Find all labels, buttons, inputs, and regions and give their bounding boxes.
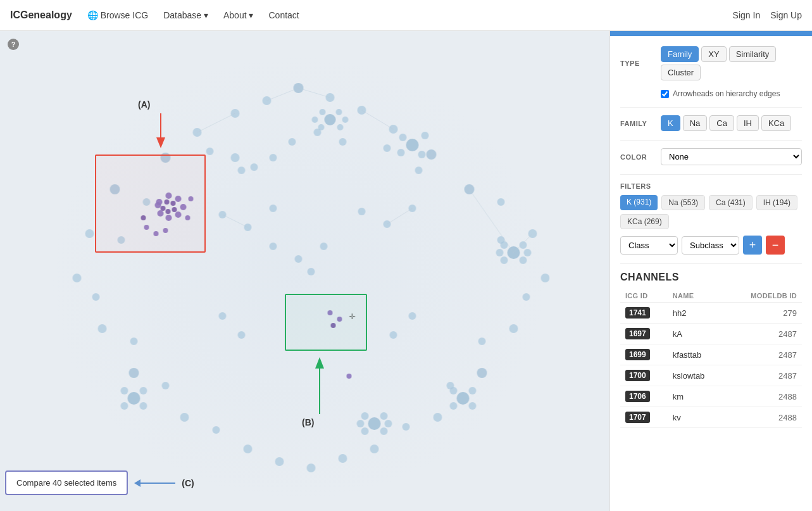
cell-icg-id: 1700	[620, 365, 668, 386]
type-btn-cluster[interactable]: Cluster	[661, 65, 701, 80]
svg-point-39	[434, 413, 442, 422]
cell-icg-id: 1706	[620, 386, 668, 407]
col-name: NAME	[668, 289, 725, 303]
arrowheads-checkbox[interactable]	[661, 90, 669, 98]
remove-filter-button[interactable]: −	[766, 236, 785, 255]
svg-point-93	[251, 163, 258, 171]
svg-point-96	[320, 243, 328, 250]
nav-about[interactable]: About ▾	[223, 10, 253, 20]
arrowheads-row: Arrowheads on hierarchy edges	[661, 89, 802, 98]
filter-tag-kca[interactable]: KCa (269)	[620, 214, 669, 229]
svg-point-65	[318, 124, 325, 130]
svg-point-95	[295, 255, 303, 263]
channels-table: ICG ID NAME MODELDB ID 1741 hh2 279 1697…	[620, 289, 802, 428]
type-row: TYPE Family XY Similarity Cluster	[620, 46, 802, 80]
svg-point-98	[308, 268, 315, 275]
cell-name: hh2	[668, 303, 725, 324]
table-row[interactable]: 1700 kslowtab 2487	[620, 365, 802, 386]
svg-point-62	[336, 109, 342, 115]
family-buttons: K Na Ca IH KCa	[661, 115, 791, 131]
svg-point-82	[380, 427, 388, 435]
svg-point-77	[469, 402, 477, 410]
svg-point-45	[307, 464, 316, 472]
svg-point-85	[385, 420, 392, 427]
filters-section: FILTERS K (931) Na (553) Ca (431) IH (19…	[620, 182, 802, 255]
right-panel: TYPE Family XY Similarity Cluster Arrowh…	[609, 31, 812, 511]
svg-point-58	[418, 151, 426, 158]
svg-point-76	[469, 387, 477, 394]
channels-title: CHANNELS	[620, 272, 802, 283]
compare-area: Compare 40 selected items (C)	[5, 470, 194, 495]
family-row: FAMILY K Na Ca IH KCa	[620, 115, 802, 131]
svg-point-73	[524, 249, 532, 256]
nav-database[interactable]: Database ▾	[163, 10, 208, 20]
filters-label: FILTERS	[620, 182, 802, 190]
svg-point-40	[403, 423, 410, 431]
filter-tag-ih[interactable]: IH (194)	[756, 195, 797, 210]
graph-area: ?	[0, 31, 609, 511]
color-select[interactable]: None Family Class Subclass	[661, 148, 802, 165]
cell-modeldb-id: 2487	[725, 365, 802, 386]
svg-point-97	[270, 243, 277, 250]
filter-tag-na[interactable]: Na (553)	[661, 195, 705, 210]
svg-point-0	[52, 56, 546, 500]
svg-point-27	[92, 293, 100, 301]
svg-point-11	[384, 144, 391, 152]
svg-point-88	[140, 387, 147, 394]
svg-point-48	[270, 205, 277, 212]
svg-point-89	[140, 402, 147, 410]
family-btn-ih[interactable]: IH	[737, 115, 759, 131]
family-label: FAMILY	[620, 120, 661, 127]
type-label: TYPE	[620, 60, 661, 67]
svg-point-18	[497, 198, 505, 206]
svg-point-33	[129, 368, 139, 378]
family-btn-na[interactable]: Na	[683, 115, 708, 131]
cell-modeldb-id: 279	[725, 303, 802, 324]
type-btn-family[interactable]: Family	[661, 46, 699, 62]
svg-point-25	[73, 274, 82, 282]
annotation-c-label: (C)	[182, 478, 194, 488]
svg-point-55	[390, 331, 397, 339]
subclass-dropdown[interactable]: Subclass Class Family	[682, 236, 739, 255]
table-row[interactable]: 1706 km 2488	[620, 386, 802, 407]
svg-point-57	[422, 132, 429, 139]
svg-point-64	[320, 109, 326, 115]
svg-point-70	[520, 256, 527, 264]
svg-point-41	[244, 445, 253, 453]
svg-point-74	[496, 249, 504, 256]
add-filter-button[interactable]: +	[743, 236, 762, 255]
nav-browse-icg[interactable]: 🌐 Browse ICG	[87, 10, 148, 20]
family-btn-ca[interactable]: Ca	[709, 115, 734, 131]
family-btn-kca[interactable]: KCa	[761, 115, 791, 131]
nav-sign-in[interactable]: Sign In	[733, 10, 761, 20]
svg-point-54	[409, 312, 416, 320]
nav-contact[interactable]: Contact	[268, 10, 299, 20]
filter-dropdowns: Class Subclass Family Subclass Class Fam…	[620, 236, 802, 255]
top-accent-bar	[610, 31, 812, 36]
filter-tag-ca[interactable]: Ca (431)	[709, 195, 753, 210]
type-btn-xy[interactable]: XY	[701, 46, 726, 62]
svg-point-9	[206, 148, 214, 155]
table-row[interactable]: 1697 kA 2487	[620, 324, 802, 344]
type-btn-similarity[interactable]: Similarity	[729, 46, 777, 62]
network-graph: ✛	[0, 31, 609, 511]
svg-point-91	[121, 402, 128, 410]
svg-point-84	[361, 427, 369, 435]
svg-point-52	[219, 312, 227, 320]
compare-button[interactable]: Compare 40 selected items	[5, 470, 128, 495]
nav-sign-up[interactable]: Sign Up	[770, 10, 802, 20]
annotation-c-arrow	[134, 479, 175, 487]
arrowheads-label: Arrowheads on hierarchy edges	[673, 89, 780, 98]
table-row[interactable]: 1741 hh2 279	[620, 303, 802, 324]
cell-name: km	[668, 386, 725, 407]
table-row[interactable]: 1707 kv 2488	[620, 407, 802, 428]
brand-logo[interactable]: ICGenealogy	[10, 9, 72, 21]
svg-point-59	[399, 134, 407, 141]
table-row[interactable]: 1699 kfasttab 2487	[620, 344, 802, 365]
filter-tag-k[interactable]: K (931)	[620, 195, 658, 210]
family-btn-k[interactable]: K	[661, 115, 680, 131]
svg-point-56	[406, 139, 419, 151]
class-dropdown[interactable]: Class Subclass Family	[620, 236, 678, 255]
svg-point-92	[231, 153, 240, 162]
svg-point-20	[415, 167, 423, 174]
